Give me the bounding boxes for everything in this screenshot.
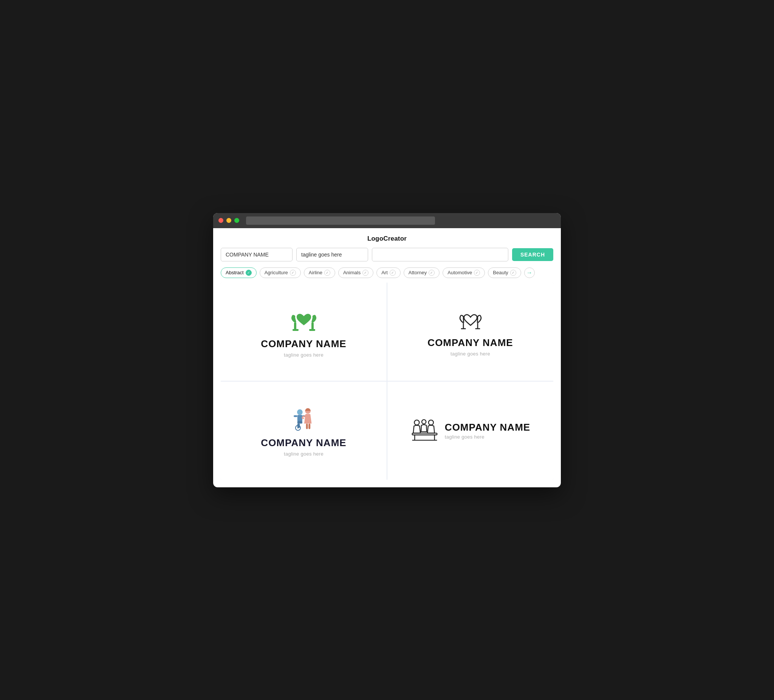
titlebar	[213, 213, 561, 228]
filter-label-art: Art	[381, 270, 388, 276]
filter-label-animals: Animals	[343, 270, 361, 276]
filter-chip-agriculture[interactable]: Agriculture✓	[260, 267, 301, 278]
filter-label-automotive: Automotive	[448, 270, 472, 276]
svg-rect-24	[412, 433, 437, 435]
svg-rect-2	[293, 329, 299, 331]
logo-inner-2: COMPANY NAME tagline goes here	[427, 306, 513, 357]
filter-chip-abstract[interactable]: Abstract✓	[221, 267, 256, 278]
tagline-1: tagline goes here	[284, 352, 324, 358]
company-name-1: COMPANY NAME	[261, 338, 346, 350]
svg-rect-20	[308, 423, 310, 429]
logo-card-4[interactable]: COMPANY NAME tagline goes here	[387, 381, 553, 480]
company-name-input[interactable]	[221, 248, 293, 261]
caring-people-icon	[287, 404, 321, 435]
filter-chip-attorney[interactable]: Attorney✓	[404, 267, 440, 278]
svg-point-17	[297, 427, 298, 428]
svg-rect-12	[297, 421, 302, 423]
filter-chip-automotive[interactable]: Automotive✓	[443, 267, 485, 278]
logo-text-block-4: COMPANY NAME tagline goes here	[445, 422, 530, 440]
filter-label-attorney: Attorney	[408, 270, 427, 276]
filter-check-airline: ✓	[324, 270, 330, 276]
filter-more-button[interactable]: →	[524, 267, 535, 278]
filter-chip-beauty[interactable]: Beauty✓	[488, 267, 521, 278]
logo-card-3[interactable]: COMPANY NAME tagline goes here	[221, 381, 387, 480]
svg-rect-3	[309, 329, 315, 331]
company-name-3: COMPANY NAME	[261, 437, 346, 449]
filter-check-beauty: ✓	[510, 270, 516, 276]
company-name-2: COMPANY NAME	[427, 337, 513, 349]
hands-heart-outline-icon	[453, 306, 488, 335]
logo-card-2[interactable]: COMPANY NAME tagline goes here	[387, 282, 553, 381]
close-button[interactable]	[218, 218, 223, 223]
hands-heart-green-icon	[285, 305, 323, 336]
svg-point-21	[414, 420, 419, 424]
app-title: LogoCreator	[213, 228, 561, 248]
svg-point-10	[297, 409, 303, 415]
search-button[interactable]: SEARCH	[512, 248, 553, 261]
svg-point-22	[428, 420, 433, 424]
filter-check-animals: ✓	[362, 270, 369, 276]
svg-rect-14	[294, 415, 298, 417]
company-name-4: COMPANY NAME	[445, 422, 530, 433]
filter-check-art: ✓	[390, 270, 396, 276]
tagline-2: tagline goes here	[450, 351, 490, 357]
logo-inner-4: COMPANY NAME tagline goes here	[410, 418, 530, 444]
address-bar	[246, 216, 435, 225]
filter-check-abstract: ✓	[246, 270, 252, 276]
people-table-icon	[410, 418, 439, 444]
svg-rect-19	[306, 423, 308, 429]
tagline-4: tagline goes here	[445, 434, 530, 440]
logo-inner-1: COMPANY NAME tagline goes here	[261, 305, 346, 358]
filter-label-agriculture: Agriculture	[265, 270, 288, 276]
filter-chip-art[interactable]: Art✓	[376, 267, 400, 278]
filter-chip-animals[interactable]: Animals✓	[338, 267, 374, 278]
svg-rect-0	[294, 322, 296, 330]
svg-rect-11	[297, 415, 302, 422]
search-bar: SEARCH	[213, 248, 561, 267]
keyword-input[interactable]	[372, 248, 508, 261]
maximize-button[interactable]	[234, 218, 239, 223]
filter-check-attorney: ✓	[428, 270, 435, 276]
filter-bar: Abstract✓Agriculture✓Airline✓Animals✓Art…	[213, 267, 561, 282]
app-window: LogoCreator SEARCH Abstract✓Agriculture✓…	[213, 213, 561, 487]
filter-check-automotive: ✓	[474, 270, 480, 276]
filter-label-airline: Airline	[309, 270, 322, 276]
filter-chip-airline[interactable]: Airline✓	[304, 267, 335, 278]
svg-point-23	[422, 419, 426, 423]
minimize-button[interactable]	[227, 218, 231, 223]
filter-label-beauty: Beauty	[493, 270, 508, 276]
tagline-3: tagline goes here	[284, 451, 324, 457]
tagline-input[interactable]	[296, 248, 368, 261]
filter-label-abstract: Abstract	[226, 270, 244, 276]
filter-check-agriculture: ✓	[290, 270, 296, 276]
logo-inner-3: COMPANY NAME tagline goes here	[261, 404, 346, 457]
logo-grid: COMPANY NAME tagline goes here	[221, 282, 553, 480]
logo-card-1[interactable]: COMPANY NAME tagline goes here	[221, 282, 387, 381]
svg-rect-1	[311, 322, 314, 330]
